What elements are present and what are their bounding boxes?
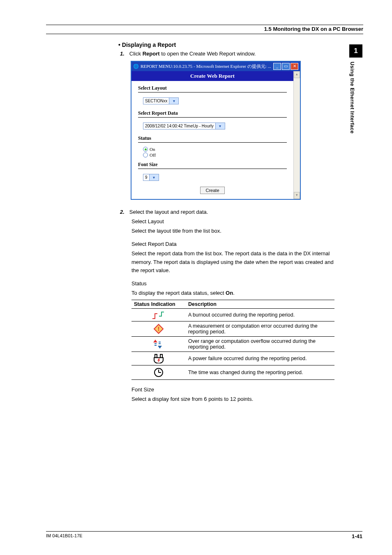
row-desc: A measurement or computation error occur… <box>186 321 334 337</box>
svg-rect-4 <box>154 345 157 346</box>
label-select-layout: Select Layout <box>138 85 287 91</box>
row-desc: Over range or computation overflow occur… <box>186 337 334 352</box>
status-table: Status Indication Description A burnout … <box>131 300 334 380</box>
doc-id: IM 04L41B01-17E <box>46 533 83 539</box>
step-number: 2. <box>120 209 125 215</box>
svg-rect-5 <box>159 343 161 344</box>
ie-icon: 🌐 <box>133 64 139 69</box>
select-report-data[interactable]: 2008/12/02 14:00:42 TimeUp - Hourly▾ <box>143 123 225 130</box>
form-header: Create Web Report <box>131 71 293 81</box>
label-font-size: Font Size <box>138 162 287 168</box>
text-font-size: Select a display font size from 6 points… <box>131 395 334 403</box>
ie-window: 🌐 REPORT MENU:10.0.23.75 - Microsoft Int… <box>131 61 301 200</box>
subhead-select-report-data: Select Report Data <box>131 240 334 248</box>
table-row: A burnout occurred during the reporting … <box>131 309 334 321</box>
col-description: Description <box>186 300 334 309</box>
scroll-up-icon[interactable]: ▴ <box>294 71 300 78</box>
overflow-icon <box>131 337 186 352</box>
radio-off[interactable]: Off <box>143 153 287 157</box>
text-select-report-data: Select the report data from the list box… <box>131 250 334 274</box>
page: 1.5 Monitoring the DX on a PC Browser 1 … <box>0 0 392 555</box>
text-status: To display the report data status, selec… <box>131 289 334 297</box>
table-row: ! A measurement or computation error occ… <box>131 321 334 337</box>
svg-rect-9 <box>160 354 162 358</box>
svg-rect-6 <box>159 342 161 342</box>
step-1: 1. Click Report to open the Create Web R… <box>120 51 334 57</box>
content: Displaying a Report 1. Click Report to o… <box>118 42 334 403</box>
window-body: ▴ ▾ Create Web Report Select Layout SECT… <box>131 71 300 199</box>
step-number: 1. <box>120 51 125 57</box>
chapter-title: Using the Ethernet Interface <box>349 58 355 134</box>
svg-marker-7 <box>158 346 162 349</box>
side-rail: 1 Using the Ethernet Interface <box>349 44 362 134</box>
subhead-status: Status <box>131 280 334 288</box>
svg-text:!: ! <box>158 326 160 332</box>
step-text: Click Report to open the Create Web Repo… <box>129 51 256 57</box>
step-text: Select the layout and report data. <box>129 209 208 215</box>
label-select-report-data: Select Report Data <box>138 110 287 116</box>
svg-rect-3 <box>154 343 157 344</box>
col-status-indication: Status Indication <box>131 300 186 309</box>
subhead-font-size: Font Size <box>131 386 334 394</box>
row-desc: The time was changed during the reportin… <box>186 365 334 380</box>
chevron-down-icon: ▾ <box>215 123 225 129</box>
rule <box>46 34 363 34</box>
window-title: REPORT MENU:10.0.23.75 - Microsoft Inter… <box>141 63 272 69</box>
table-row: Over range or computation overflow occur… <box>131 337 334 352</box>
svg-marker-10 <box>157 358 160 363</box>
scroll-down-icon[interactable]: ▾ <box>294 192 300 199</box>
minimize-button[interactable]: _ <box>273 63 281 70</box>
subhead-select-layout: Select Layout <box>131 217 334 226</box>
power-failure-icon <box>131 352 186 365</box>
label-status: Status <box>138 135 287 141</box>
maximize-button[interactable]: ▭ <box>282 63 290 70</box>
text-select-layout: Select the layout title from the list bo… <box>131 227 334 235</box>
chevron-down-icon: ▾ <box>169 98 178 104</box>
select-font-size[interactable]: 9▾ <box>143 174 159 181</box>
table-row: A power failure occurred during the repo… <box>131 352 334 365</box>
section-header: 1.5 Monitoring the DX on a PC Browser <box>46 26 363 32</box>
radio-on[interactable]: On <box>143 147 287 152</box>
time-change-icon <box>131 365 186 380</box>
rule <box>46 25 363 25</box>
burnout-icon <box>131 309 186 321</box>
row-desc: A burnout occurred during the reporting … <box>186 309 334 321</box>
close-button[interactable]: ✕ <box>291 63 298 70</box>
svg-rect-8 <box>155 354 157 358</box>
scrollbar[interactable]: ▴ ▾ <box>293 71 300 199</box>
chevron-down-icon: ▾ <box>149 174 159 180</box>
row-desc: A power failure occurred during the repo… <box>186 352 334 365</box>
table-row: The time was changed during the reportin… <box>131 365 334 380</box>
page-number: 1-41 <box>352 533 362 539</box>
window-buttons: _ ▭ ✕ <box>273 63 298 70</box>
heading-displaying-report: Displaying a Report <box>118 42 334 48</box>
error-icon: ! <box>131 321 186 337</box>
footer: IM 04L41B01-17E 1-41 <box>46 531 362 539</box>
chapter-number: 1 <box>349 44 362 58</box>
svg-marker-2 <box>153 340 157 342</box>
create-button[interactable]: Create <box>200 187 224 194</box>
window-titlebar: 🌐 REPORT MENU:10.0.23.75 - Microsoft Int… <box>131 62 300 71</box>
step-2: 2. Select the layout and report data. <box>120 209 334 215</box>
select-layout[interactable]: SECTIONxx▾ <box>143 97 179 104</box>
